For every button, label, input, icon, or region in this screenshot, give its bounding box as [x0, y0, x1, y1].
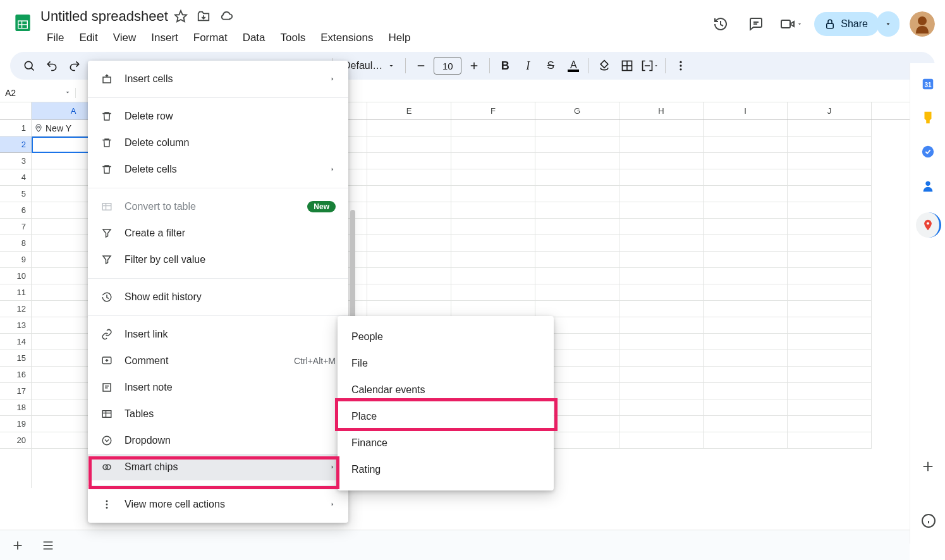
cell[interactable] — [367, 235, 451, 252]
contacts-sidepanel-icon[interactable] — [920, 178, 936, 193]
cell[interactable] — [535, 202, 619, 219]
cell[interactable] — [619, 367, 704, 383]
menu-view[interactable]: View — [107, 30, 143, 46]
merge-cells-icon[interactable] — [640, 56, 660, 76]
share-dropdown[interactable] — [877, 11, 899, 37]
ctx-insert-cells[interactable]: Insert cells — [88, 66, 348, 92]
cell[interactable] — [535, 268, 619, 284]
ctx-delete-column[interactable]: Delete column — [88, 130, 348, 156]
meet-icon[interactable] — [779, 11, 804, 37]
ctx-delete-cells[interactable]: Delete cells — [88, 156, 348, 183]
sub-finance[interactable]: Finance — [338, 430, 554, 456]
cell[interactable] — [704, 301, 788, 317]
row-header[interactable]: 12 — [0, 301, 31, 317]
cell[interactable] — [451, 202, 535, 219]
row-header[interactable]: 6 — [0, 202, 31, 219]
cell[interactable] — [788, 383, 872, 399]
cell[interactable] — [788, 137, 872, 153]
ctx-create-filter[interactable]: Create a filter — [88, 220, 348, 247]
cell[interactable] — [704, 268, 788, 284]
cell[interactable] — [788, 367, 872, 383]
search-menus-icon[interactable] — [19, 56, 39, 76]
col-header[interactable]: E — [367, 102, 451, 119]
ctx-smart-chips[interactable]: Smart chips — [88, 454, 348, 480]
cell[interactable] — [619, 334, 704, 350]
cell[interactable] — [788, 399, 872, 416]
cell[interactable] — [535, 301, 619, 317]
sub-place[interactable]: Place — [338, 403, 554, 430]
cell[interactable] — [788, 416, 872, 432]
row-header[interactable]: 9 — [0, 252, 31, 268]
menu-insert[interactable]: Insert — [145, 30, 185, 46]
add-sidepanel-icon[interactable] — [920, 459, 936, 474]
add-sheet-icon[interactable] — [5, 533, 30, 558]
row-header[interactable]: 8 — [0, 235, 31, 252]
row-header[interactable]: 3 — [0, 153, 31, 169]
row-header[interactable]: 18 — [0, 399, 31, 416]
cell[interactable] — [788, 432, 872, 449]
increase-font-icon[interactable] — [464, 56, 484, 76]
cell[interactable] — [619, 416, 704, 432]
cell[interactable] — [788, 219, 872, 235]
menu-file[interactable]: File — [40, 30, 70, 46]
decrease-font-icon[interactable] — [411, 56, 431, 76]
ctx-filter-by-value[interactable]: Filter by cell value — [88, 247, 348, 273]
cell[interactable] — [451, 235, 535, 252]
row-header[interactable]: 5 — [0, 186, 31, 202]
cell[interactable] — [367, 252, 451, 268]
ctx-comment[interactable]: Comment Ctrl+Alt+M — [88, 348, 348, 374]
cell[interactable] — [535, 252, 619, 268]
borders-icon[interactable] — [617, 56, 637, 76]
cell[interactable] — [704, 367, 788, 383]
menu-edit[interactable]: Edit — [73, 30, 104, 46]
cell[interactable] — [451, 169, 535, 186]
calendar-sidepanel-icon[interactable]: 31 — [920, 76, 936, 91]
cell[interactable] — [788, 284, 872, 301]
move-icon[interactable] — [196, 9, 211, 24]
row-header[interactable]: 1 — [0, 120, 31, 137]
ctx-tables[interactable]: Tables — [88, 401, 348, 427]
cell[interactable] — [788, 235, 872, 252]
cell[interactable] — [451, 219, 535, 235]
cell[interactable] — [704, 219, 788, 235]
doc-title[interactable]: Untitled spreadsheet — [40, 8, 168, 25]
strikethrough-icon[interactable]: S — [540, 56, 561, 76]
cell[interactable] — [451, 284, 535, 301]
cell[interactable] — [704, 432, 788, 449]
col-header[interactable]: H — [619, 102, 704, 119]
row-header[interactable]: 2 — [0, 137, 31, 153]
menu-data[interactable]: Data — [236, 30, 272, 46]
cell[interactable] — [788, 169, 872, 186]
cell[interactable] — [535, 235, 619, 252]
cell[interactable] — [619, 432, 704, 449]
cell[interactable] — [788, 202, 872, 219]
cell[interactable] — [535, 137, 619, 153]
sub-rating[interactable]: Rating — [338, 456, 554, 483]
col-header[interactable]: J — [788, 102, 872, 119]
cell[interactable] — [619, 153, 704, 169]
cell[interactable] — [367, 120, 451, 137]
cell[interactable] — [788, 334, 872, 350]
row-header[interactable]: 14 — [0, 334, 31, 350]
cell[interactable] — [535, 153, 619, 169]
cell[interactable] — [619, 120, 704, 137]
explore-icon[interactable] — [921, 513, 936, 531]
bold-icon[interactable]: B — [495, 56, 515, 76]
ctx-view-more[interactable]: View more cell actions — [88, 491, 348, 518]
cell[interactable] — [367, 153, 451, 169]
cell[interactable] — [619, 186, 704, 202]
row-header[interactable]: 7 — [0, 219, 31, 235]
cell[interactable] — [367, 219, 451, 235]
cell[interactable] — [704, 137, 788, 153]
row-header[interactable]: 11 — [0, 284, 31, 301]
cell[interactable] — [704, 252, 788, 268]
comments-icon[interactable] — [743, 11, 769, 37]
italic-icon[interactable]: I — [518, 56, 538, 76]
row-header[interactable]: 10 — [0, 268, 31, 284]
cell[interactable] — [619, 169, 704, 186]
cloud-status-icon[interactable] — [219, 9, 234, 24]
cell[interactable] — [535, 186, 619, 202]
ctx-insert-link[interactable]: Insert link — [88, 321, 348, 348]
cell[interactable] — [451, 268, 535, 284]
cell[interactable] — [788, 301, 872, 317]
